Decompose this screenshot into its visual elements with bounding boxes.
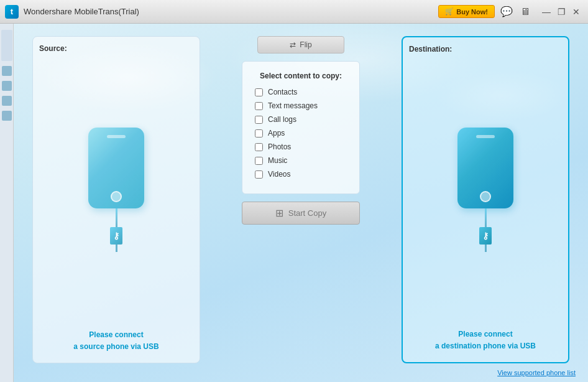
view-supported-phones-link[interactable]: View supported phone list xyxy=(497,369,576,376)
videos-label: Videos xyxy=(268,170,290,179)
sidebar-icon-1 xyxy=(2,66,12,76)
text-messages-label: Text messages xyxy=(268,101,318,110)
music-label: Music xyxy=(268,156,287,165)
titlebar: t Wondershare MobileTrans(Trial) 🛒 Buy N… xyxy=(0,0,588,24)
destination-panel: Destination: ⚷ Please connect a destinat… xyxy=(402,36,569,363)
window-controls: — ❐ ✕ xyxy=(540,5,583,19)
source-usb-line xyxy=(116,208,117,227)
cart-icon: 🛒 xyxy=(445,7,454,16)
footer: View supported phone list xyxy=(497,368,576,377)
call-logs-label: Call logs xyxy=(268,115,296,124)
source-usb-symbol: ⚷ xyxy=(113,231,119,241)
checkbox-apps: Apps xyxy=(255,129,347,137)
destination-usb-line xyxy=(485,208,487,227)
destination-usb-tip xyxy=(485,245,487,252)
destination-connect-line1: Please connect xyxy=(458,330,512,338)
checkbox-text-messages: Text messages xyxy=(255,101,347,110)
source-phone-illustration: ⚷ xyxy=(88,58,144,322)
checkbox-music: Music xyxy=(255,156,347,165)
start-copy-label: Start Copy xyxy=(288,208,326,218)
photos-checkbox[interactable] xyxy=(255,143,263,151)
destination-usb-connector: ⚷ xyxy=(479,227,492,245)
buy-now-button[interactable]: 🛒 Buy Now! xyxy=(438,5,495,18)
minimize-button[interactable]: — xyxy=(540,5,553,19)
chat-icon-button[interactable]: 💬 xyxy=(500,5,513,19)
text-messages-checkbox[interactable] xyxy=(255,102,263,110)
sidebar-icon-2 xyxy=(2,81,12,91)
source-phone-speaker xyxy=(107,135,126,138)
checkbox-contacts: Contacts xyxy=(255,88,347,96)
sidebar-icon-3 xyxy=(2,96,12,106)
photos-label: Photos xyxy=(268,142,291,151)
source-connect-line2: a source phone via USB xyxy=(73,342,158,351)
contacts-label: Contacts xyxy=(268,88,297,96)
source-usb-tip xyxy=(116,245,117,252)
source-phone-home xyxy=(111,191,122,202)
destination-usb-symbol: ⚷ xyxy=(482,231,489,241)
destination-label: Destination: xyxy=(409,45,452,54)
destination-phone-illustration: ⚷ xyxy=(457,58,513,321)
content-box-title: Select content to copy: xyxy=(255,72,347,80)
close-button[interactable]: ✕ xyxy=(569,5,583,19)
source-usb-connector: ⚷ xyxy=(110,227,122,245)
flip-icon: ⇄ xyxy=(290,40,296,49)
source-usb-cable: ⚷ xyxy=(110,208,122,252)
start-copy-button[interactable]: ⊞ Start Copy xyxy=(242,202,360,225)
source-label: Source: xyxy=(39,44,67,53)
center-panel: ⇄ Flip Select content to copy: Contacts … xyxy=(209,36,392,363)
flip-label: Flip xyxy=(300,40,311,49)
source-connect-line1: Please connect xyxy=(89,330,143,339)
checkbox-call-logs: Call logs xyxy=(255,115,347,124)
source-panel: Source: ⚷ Please connect a source phone … xyxy=(32,36,200,363)
sidebar-icon-4 xyxy=(2,111,12,121)
restore-button[interactable]: ❐ xyxy=(554,5,568,19)
contacts-checkbox[interactable] xyxy=(255,88,263,96)
sidebar-tab-1 xyxy=(1,30,12,61)
destination-usb-cable: ⚷ xyxy=(479,208,492,252)
videos-checkbox[interactable] xyxy=(255,170,263,179)
flip-button[interactable]: ⇄ Flip xyxy=(257,36,344,54)
buy-now-label: Buy Now! xyxy=(456,8,488,16)
destination-phone-body xyxy=(457,128,513,208)
apps-label: Apps xyxy=(268,129,285,137)
source-phone-body xyxy=(88,128,144,208)
left-sidebar xyxy=(0,24,14,382)
settings-icon-button[interactable]: 🖥 xyxy=(518,5,532,19)
app-icon: t xyxy=(5,5,19,19)
destination-connect-text: Please connect a destination phone via U… xyxy=(435,328,536,352)
app-title: Wondershare MobileTrans(Trial) xyxy=(24,7,438,16)
titlebar-actions: 🛒 Buy Now! 💬 🖥 — ❐ ✕ xyxy=(438,5,583,19)
destination-connect-line2: a destination phone via USB xyxy=(435,342,536,350)
call-logs-checkbox[interactable] xyxy=(255,116,263,124)
apps-checkbox[interactable] xyxy=(255,129,263,137)
start-copy-icon: ⊞ xyxy=(275,207,283,219)
checkbox-photos: Photos xyxy=(255,142,347,151)
panels-row: Source: ⚷ Please connect a source phone … xyxy=(32,36,569,363)
music-checkbox[interactable] xyxy=(255,157,263,165)
destination-phone-home xyxy=(480,191,491,202)
main-content: Source: ⚷ Please connect a source phone … xyxy=(14,24,588,382)
app-icon-label: t xyxy=(11,7,13,16)
content-selection-box: Select content to copy: Contacts Text me… xyxy=(242,61,360,194)
destination-phone-speaker xyxy=(476,135,495,138)
checkbox-videos: Videos xyxy=(255,170,347,179)
source-connect-text: Please connect a source phone via USB xyxy=(73,329,158,353)
